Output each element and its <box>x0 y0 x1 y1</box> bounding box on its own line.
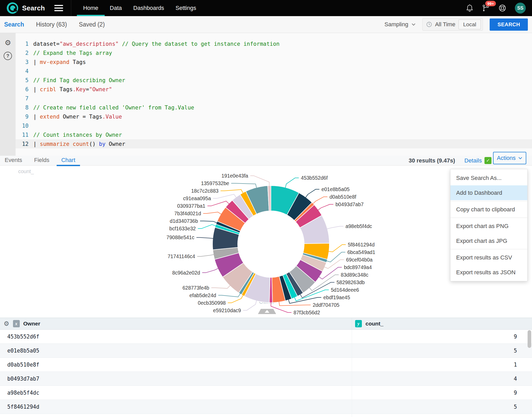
table-row[interactable]: d0ab510e8f1 <box>0 358 532 372</box>
segment-label-ebdf19ae45: ebdf19ae45 <box>323 295 350 300</box>
table-row[interactable]: 5f8461294d5 <box>0 400 532 414</box>
segment-label-58298263db: 58298263db <box>336 279 365 285</box>
owner-cell: 453b552d6f <box>0 334 352 340</box>
table-row[interactable]: b0493d7ab74 <box>0 372 532 386</box>
nav-item-data[interactable]: Data <box>109 0 122 16</box>
results-tab-fields[interactable]: Fields <box>34 156 49 166</box>
query-line-text: // Count instances by Owner <box>33 132 122 138</box>
query-line-12[interactable]: 12| summarize count() by Owner <box>16 139 532 148</box>
segment-label-5d164deee6: 5d164deee6 <box>331 287 359 293</box>
query-line-11[interactable]: 11// Count instances by Owner <box>16 130 532 139</box>
menu-item-export-results-as-json[interactable]: Export results as JSON <box>450 265 527 280</box>
query-line-text: | mv-expand Tags <box>33 59 86 65</box>
time-range-button[interactable]: All Time <box>435 21 455 28</box>
table-settings-gear-icon[interactable]: ⚙ <box>4 321 9 327</box>
notifications-bell-icon[interactable] <box>466 4 473 12</box>
toolbar-tab-saved-2-[interactable]: Saved (2) <box>79 21 105 28</box>
query-line-9[interactable]: 9| extend Owner = Tags.Value <box>16 112 532 121</box>
help-lifering-icon[interactable] <box>498 4 507 12</box>
label-leader-line <box>198 225 216 229</box>
menu-divider <box>450 249 527 249</box>
editor-settings-gear-icon[interactable]: ⚙ <box>4 39 11 47</box>
query-line-text: // Expand the Tags array <box>33 50 112 56</box>
table-row[interactable]: 6bca549ad11 <box>0 414 532 417</box>
nav-item-dashboards[interactable]: Dashboards <box>133 0 165 16</box>
segment-label-18c7c2c883: 18c7c2c883 <box>191 188 218 194</box>
app-title: Search <box>22 4 45 12</box>
chart-collapse-handle[interactable] <box>258 309 276 314</box>
query-line-6[interactable]: 6| cribl Tags.Key="Owner" <box>16 85 532 94</box>
table-row[interactable]: 453b552d6f9 <box>0 330 532 344</box>
menu-divider <box>450 201 527 201</box>
editor-help-icon[interactable]: ? <box>4 52 12 60</box>
count-cell: 9 <box>352 330 532 343</box>
table-scrollbar[interactable] <box>528 330 531 348</box>
sampling-dropdown[interactable]: Sampling <box>384 21 416 28</box>
label-leader-line <box>313 197 327 204</box>
label-leader-line <box>218 293 240 297</box>
toolbar-tab-search[interactable]: Search <box>4 21 24 28</box>
menu-item-add-to-dashboard[interactable]: Add to Dashboard <box>450 185 527 200</box>
nav-item-home[interactable]: Home <box>83 0 99 16</box>
cribl-logo-icon[interactable] <box>7 2 18 14</box>
owner-cell: b0493d7ab7 <box>0 376 352 382</box>
query-code-area[interactable]: 1dataset="aws_descriptions" // Query the… <box>16 33 532 156</box>
line-number: 10 <box>16 123 33 129</box>
label-leader-line <box>202 268 218 273</box>
segment-label-13597532be: 13597532be <box>201 180 229 186</box>
activity-branch-icon[interactable]: 99+ <box>482 4 490 12</box>
segment-label-5f8461294d: 5f8461294d <box>348 242 375 247</box>
segment-label-2ddf704705: 2ddf704705 <box>313 302 340 308</box>
details-link[interactable]: Details ✓ <box>464 157 491 164</box>
count-column-header[interactable]: y count_ <box>352 318 532 329</box>
user-avatar[interactable]: SS <box>515 3 526 14</box>
line-number: 5 <box>16 77 33 83</box>
table-row[interactable]: e01e8b5a055 <box>0 344 532 358</box>
menu-item-export-chart-as-png[interactable]: Export chart as PNG <box>450 219 527 233</box>
results-tab-chart[interactable]: Chart <box>61 156 75 166</box>
count-cell: 5 <box>352 344 532 357</box>
results-tab-events[interactable]: Events <box>5 156 22 166</box>
x-axis-badge: x <box>13 320 20 327</box>
query-line-1[interactable]: 1dataset="aws_descriptions" // Query the… <box>16 39 532 48</box>
chevron-down-icon <box>518 157 522 159</box>
query-line-text: | extend Owner = Tags.Value <box>33 114 122 120</box>
segment-label-a98eb5f4dc: a98eb5f4dc <box>345 223 372 229</box>
hamburger-menu-icon[interactable] <box>54 5 63 11</box>
label-leader-line <box>207 201 229 206</box>
owner-column-header[interactable]: ⚙ x Owner <box>0 318 352 329</box>
menu-item-export-chart-as-jpg[interactable]: Export chart as JPG <box>450 233 527 248</box>
owner-cell: a98eb5f4dc <box>0 390 352 396</box>
query-line-3[interactable]: 3| mv-expand Tags <box>16 57 532 67</box>
nav-item-settings[interactable]: Settings <box>175 0 197 16</box>
query-line-7[interactable]: 7 <box>16 94 532 103</box>
query-line-8[interactable]: 8// Create new field called 'Owner' from… <box>16 103 532 112</box>
line-number: 9 <box>16 114 33 120</box>
query-line-text: // Create new field called 'Owner' from … <box>33 105 194 111</box>
toolbar-tab-history-63-[interactable]: History (63) <box>36 21 67 28</box>
table-body: 453b552d6f9e01e8b5a055d0ab510e8f1b0493d7… <box>0 330 532 417</box>
menu-item-export-results-as-csv[interactable]: Export results as CSV <box>450 250 527 265</box>
query-line-text: dataset="aws_descriptions" // Query the … <box>33 41 280 47</box>
label-leader-line <box>213 194 236 198</box>
chevron-down-icon <box>411 23 416 26</box>
line-number: 7 <box>16 95 33 102</box>
timezone-button[interactable]: Local <box>458 19 481 29</box>
query-line-10[interactable]: 10 <box>16 121 532 130</box>
table-header: ⚙ x Owner y count_ <box>0 318 532 330</box>
query-line-text: | summarize count() by Owner <box>33 141 125 147</box>
query-line-5[interactable]: 5// Find Tag describing Owner <box>16 76 532 85</box>
segment-label-d1d340736b: d1d340736b <box>170 218 198 224</box>
search-button[interactable]: SEARCH <box>490 18 528 31</box>
actions-button[interactable]: Actions <box>493 152 526 164</box>
query-line-2[interactable]: 2// Expand the Tags array <box>16 48 532 57</box>
arrow-up-icon <box>265 310 269 313</box>
query-line-4[interactable]: 4 <box>16 67 532 76</box>
nav-divider <box>71 0 71 16</box>
menu-item-copy-chart-to-clipboard[interactable]: Copy chart to clipboard <box>450 202 527 217</box>
label-leader-line <box>305 189 319 198</box>
table-row[interactable]: a98eb5f4dc9 <box>0 386 532 400</box>
results-view-tabs: EventsFieldsChart <box>5 156 75 166</box>
actions-menu: Save Search As...Add to DashboardCopy ch… <box>450 169 528 281</box>
menu-item-save-search-as-[interactable]: Save Search As... <box>450 171 527 185</box>
